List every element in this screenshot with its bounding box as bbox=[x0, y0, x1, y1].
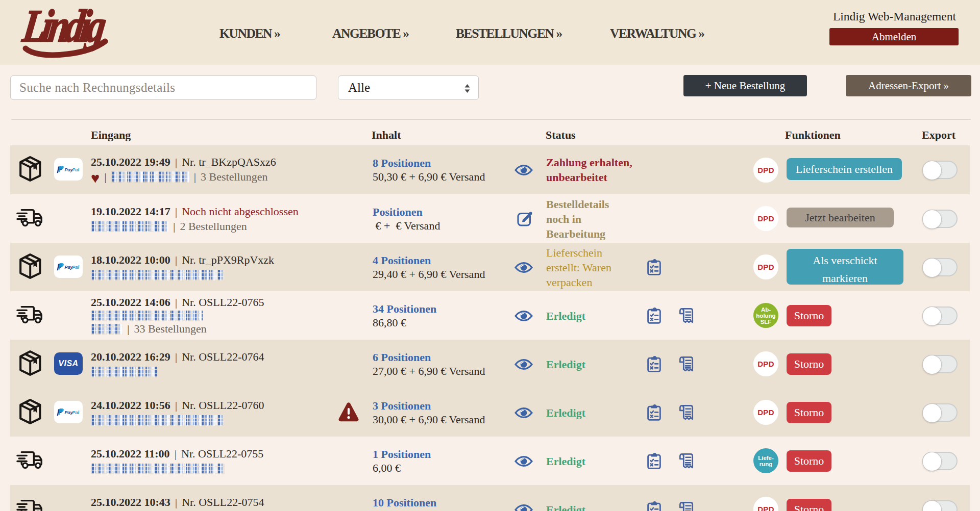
svg-text:Lindig: Lindig bbox=[19, 1, 108, 52]
